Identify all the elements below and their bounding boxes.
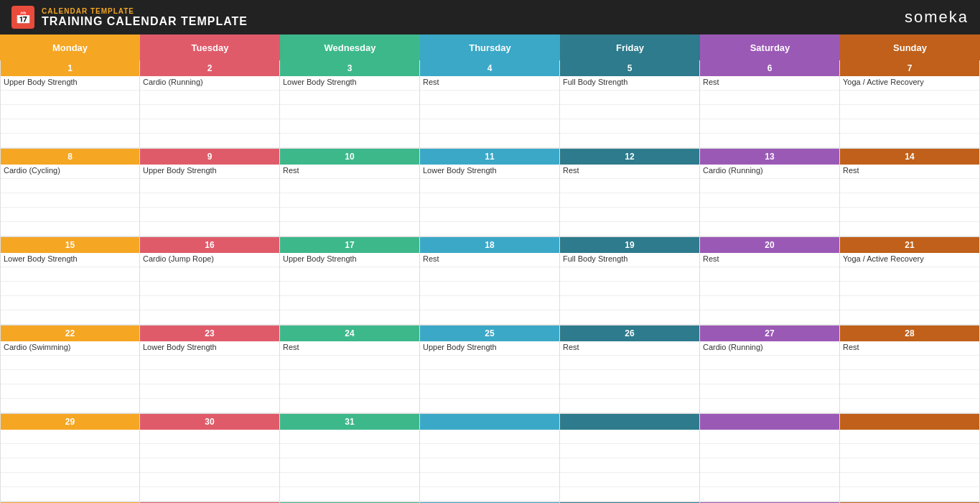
day-cell-week5-friday xyxy=(560,414,700,502)
day-cell-week5-wednesday: 31 xyxy=(280,414,420,502)
date-bar: 21 xyxy=(840,237,979,253)
empty-row xyxy=(420,222,559,236)
empty-row xyxy=(700,458,839,473)
day-cell-week2-sunday: 14Rest xyxy=(840,149,980,237)
empty-row xyxy=(840,473,979,487)
day-cell-week3-tuesday: 16Cardio (Jump Rope) xyxy=(140,237,280,326)
empty-row xyxy=(280,134,419,148)
date-bar xyxy=(420,414,559,430)
date-bar: 7 xyxy=(840,60,979,76)
empty-row xyxy=(560,282,699,296)
empty-row xyxy=(280,105,419,119)
empty-row xyxy=(840,296,979,310)
day-cell-week3-sunday: 21Yoga / Active Recovery xyxy=(840,237,980,326)
empty-row xyxy=(140,370,279,384)
date-bar: 15 xyxy=(1,237,139,253)
empty-row xyxy=(700,444,839,458)
event-text: Rest xyxy=(700,253,839,267)
empty-row xyxy=(420,119,559,134)
day-cell-week1-sunday: 7Yoga / Active Recovery xyxy=(840,60,980,149)
empty-row xyxy=(420,444,559,458)
day-cell-week3-thursday: 18Rest xyxy=(420,237,560,326)
empty-row xyxy=(700,105,839,119)
empty-row xyxy=(700,370,839,384)
empty-row xyxy=(1,370,139,384)
empty-row xyxy=(140,473,279,487)
empty-row xyxy=(420,356,559,370)
event-text: Full Body Strength xyxy=(560,253,699,267)
empty-row xyxy=(420,384,559,399)
empty-row xyxy=(140,222,279,236)
empty-row xyxy=(420,296,559,310)
date-bar: 3 xyxy=(280,60,419,76)
empty-row xyxy=(560,487,699,502)
empty-row xyxy=(280,222,419,236)
date-bar: 25 xyxy=(420,326,559,341)
empty-row xyxy=(420,179,559,193)
brand-logo: someka xyxy=(905,8,969,27)
empty-row xyxy=(1,91,139,105)
event-text: Lower Body Strength xyxy=(1,253,139,267)
empty-row xyxy=(1,193,139,208)
empty-row xyxy=(560,458,699,473)
day-cell-week2-tuesday: 9Upper Body Strength xyxy=(140,149,280,237)
day-cell-week4-monday: 22Cardio (Swimming) xyxy=(0,326,140,414)
empty-row xyxy=(140,119,279,134)
empty-row xyxy=(280,193,419,208)
empty-row xyxy=(700,310,839,325)
empty-row xyxy=(140,444,279,458)
event-text: Rest xyxy=(700,76,839,91)
empty-row xyxy=(1,444,139,458)
empty-row xyxy=(140,208,279,222)
day-cell-week1-saturday: 6Rest xyxy=(700,60,840,149)
header-title: TRAINING CALENDAR TEMPLATE xyxy=(42,15,248,28)
empty-row xyxy=(1,267,139,282)
day-cell-week1-friday: 5Full Body Strength xyxy=(560,60,700,149)
empty-row xyxy=(840,487,979,502)
day-cell-week3-friday: 19Full Body Strength xyxy=(560,237,700,326)
empty-row xyxy=(840,193,979,208)
day-cell-week2-friday: 12Rest xyxy=(560,149,700,237)
empty-row xyxy=(1,473,139,487)
empty-row xyxy=(1,310,139,325)
date-bar: 17 xyxy=(280,237,419,253)
empty-row xyxy=(560,193,699,208)
date-bar: 13 xyxy=(700,149,839,165)
header-text: CALENDAR TEMPLATE TRAINING CALENDAR TEMP… xyxy=(42,7,248,28)
header-sunday: Sunday xyxy=(840,34,980,60)
empty-row xyxy=(280,119,419,134)
empty-row xyxy=(560,356,699,370)
empty-row xyxy=(1,282,139,296)
event-text: Lower Body Strength xyxy=(280,76,419,91)
empty-row xyxy=(420,134,559,148)
empty-row xyxy=(420,193,559,208)
date-bar: 4 xyxy=(420,60,559,76)
day-cell-week5-sunday xyxy=(840,414,980,502)
empty-row xyxy=(560,473,699,487)
day-cell-week4-saturday: 27Cardio (Running) xyxy=(700,326,840,414)
empty-row xyxy=(840,444,979,458)
empty-row xyxy=(700,193,839,208)
empty-row xyxy=(140,487,279,502)
empty-row xyxy=(140,193,279,208)
empty-row xyxy=(140,356,279,370)
days-header: Monday Tuesday Wednesday Thursday Friday… xyxy=(0,34,980,60)
empty-row xyxy=(700,267,839,282)
empty-row xyxy=(560,310,699,325)
empty-row xyxy=(560,119,699,134)
day-cell-week5-monday: 29 xyxy=(0,414,140,502)
day-cell-week4-wednesday: 24Rest xyxy=(280,326,420,414)
empty-row xyxy=(560,384,699,399)
empty-row xyxy=(840,119,979,134)
event-text xyxy=(280,430,419,444)
empty-row xyxy=(840,134,979,148)
date-bar: 26 xyxy=(560,326,699,341)
event-text: Rest xyxy=(420,253,559,267)
event-text: Lower Body Strength xyxy=(140,341,279,356)
date-bar xyxy=(560,414,699,430)
empty-row xyxy=(560,267,699,282)
empty-row xyxy=(700,222,839,236)
header-tuesday: Tuesday xyxy=(140,34,280,60)
date-bar: 30 xyxy=(140,414,279,430)
date-bar: 16 xyxy=(140,237,279,253)
